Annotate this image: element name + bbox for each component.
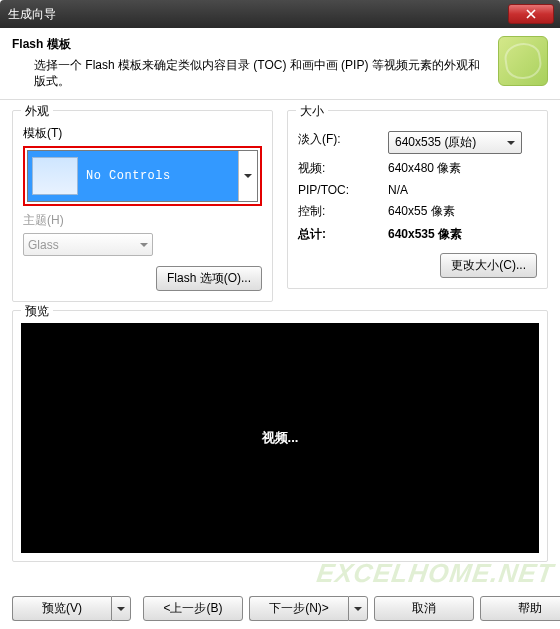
- preview-dropdown-button[interactable]: [111, 596, 131, 621]
- total-value: 640x535 像素: [388, 226, 537, 243]
- flash-options-button[interactable]: Flash 选项(O)...: [156, 266, 262, 291]
- window-title: 生成向导: [8, 6, 508, 23]
- cancel-button[interactable]: 取消: [374, 596, 474, 621]
- theme-label: 主题(H): [23, 212, 262, 229]
- template-label: 模板(T): [23, 125, 262, 142]
- next-dropdown-button[interactable]: [348, 596, 368, 621]
- theme-value: Glass: [28, 238, 140, 252]
- control-value: 640x55 像素: [388, 203, 537, 220]
- template-value: No Controls: [86, 169, 171, 183]
- template-dropdown[interactable]: No Controls: [27, 150, 258, 202]
- size-group: 大小 淡入(F): 640x535 (原始) 视频:640x480 像素 PIP…: [287, 110, 548, 289]
- appearance-group: 外观 模板(T) No Controls 主题(H) Gl: [12, 110, 273, 302]
- wizard-footer: 预览(V) <上一步(B) 下一步(N)> 取消 帮助: [0, 596, 560, 621]
- product-logo-icon: [498, 36, 548, 86]
- total-label: 总计:: [298, 226, 388, 243]
- template-thumbnail-icon: [32, 157, 78, 195]
- chevron-down-icon: [140, 241, 148, 249]
- highlight-box: No Controls: [23, 146, 262, 206]
- close-button[interactable]: [508, 4, 554, 24]
- theme-dropdown[interactable]: Glass: [23, 233, 153, 256]
- video-label: 视频:: [298, 160, 388, 177]
- chevron-down-icon: [117, 605, 125, 613]
- close-icon: [526, 9, 536, 19]
- preview-legend: 预览: [21, 303, 53, 320]
- appearance-legend: 外观: [21, 103, 53, 120]
- wizard-header: Flash 模板 选择一个 Flash 模板来确定类似内容目录 (TOC) 和画…: [0, 28, 560, 100]
- piptoc-label: PIP/TOC:: [298, 183, 388, 197]
- chevron-down-icon: [507, 139, 515, 147]
- help-button[interactable]: 帮助: [480, 596, 560, 621]
- video-value: 640x480 像素: [388, 160, 537, 177]
- next-button[interactable]: 下一步(N)>: [249, 596, 348, 621]
- chevron-down-icon: [238, 151, 257, 201]
- titlebar: 生成向导: [0, 0, 560, 28]
- fadein-label: 淡入(F):: [298, 131, 388, 154]
- preview-area: 视频...: [21, 323, 539, 553]
- preview-placeholder: 视频...: [262, 429, 299, 447]
- fadein-dropdown[interactable]: 640x535 (原始): [388, 131, 522, 154]
- fadein-value: 640x535 (原始): [395, 134, 507, 151]
- piptoc-value: N/A: [388, 183, 537, 197]
- size-legend: 大小: [296, 103, 328, 120]
- chevron-down-icon: [354, 605, 362, 613]
- preview-button-group: 预览(V): [12, 596, 131, 621]
- change-size-button[interactable]: 更改大小(C)...: [440, 253, 537, 278]
- header-description: 选择一个 Flash 模板来确定类似内容目录 (TOC) 和画中画 (PIP) …: [12, 57, 490, 89]
- preview-group: 预览 视频...: [12, 310, 548, 562]
- back-button[interactable]: <上一步(B): [143, 596, 243, 621]
- preview-button[interactable]: 预览(V): [12, 596, 111, 621]
- next-button-group: 下一步(N)>: [249, 596, 368, 621]
- header-title: Flash 模板: [12, 36, 490, 53]
- watermark: EXCELHOME.NET: [315, 558, 556, 589]
- control-label: 控制:: [298, 203, 388, 220]
